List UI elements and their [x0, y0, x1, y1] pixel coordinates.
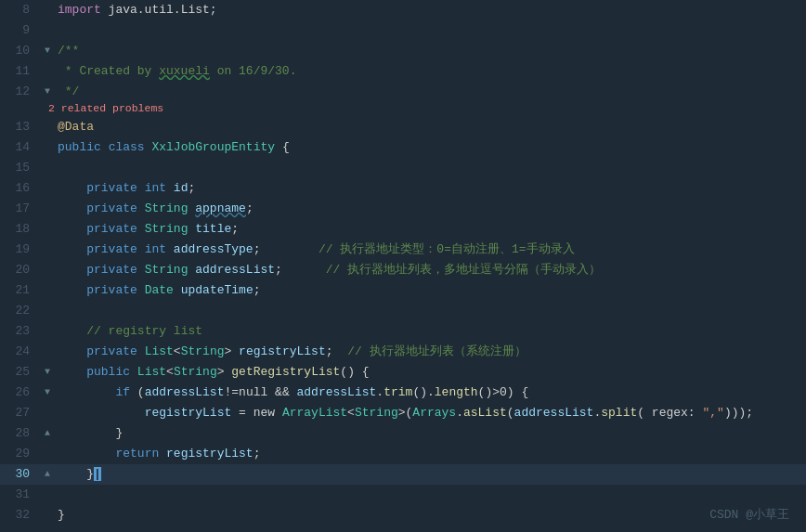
- fold-11: [45, 61, 54, 82]
- problems-row: 2 related problems: [0, 100, 806, 117]
- line-content-23: // registry list: [54, 321, 806, 342]
- line-content-12: */: [54, 82, 806, 102]
- fold-17: [45, 199, 54, 219]
- code-line-19: 19 private int addressType; // 执行器地址类型：0…: [0, 240, 806, 260]
- line-number-22: 22: [0, 301, 45, 321]
- line-number-31: 31: [0, 485, 45, 505]
- line-content-20: private String addressList; // 执行器地址列表，多…: [54, 260, 806, 280]
- fold-12[interactable]: ▼: [45, 82, 54, 102]
- line-number-20: 20: [0, 260, 45, 280]
- line-number-13: 13: [0, 117, 45, 137]
- code-line-12: 12 ▼ */: [0, 82, 806, 102]
- line-content-26: if (addressList!=null && addressList.tri…: [54, 383, 806, 403]
- code-line-28: 28 ▲ }: [0, 423, 806, 444]
- line-number-10: 10: [0, 41, 45, 61]
- line-content-15: [54, 158, 806, 178]
- fold-28[interactable]: ▲: [45, 423, 54, 444]
- watermark: CSDN @小草王: [709, 506, 789, 523]
- line-content-32: }: [54, 505, 806, 526]
- code-lines: 8 import java.util.List; 9 10 ▼ /** 11 *…: [0, 0, 806, 526]
- line-number-11: 11: [0, 61, 45, 82]
- fold-30[interactable]: ▲: [45, 464, 54, 485]
- code-line-9: 9: [0, 20, 806, 41]
- fold-15: [45, 158, 54, 178]
- line-content-28: }: [54, 423, 806, 444]
- line-content-31: [54, 485, 806, 505]
- line-content-14: public class XxlJobGroupEntity {: [54, 137, 806, 158]
- code-line-13: 13 @Data: [0, 117, 806, 137]
- line-number-23: 23: [0, 321, 45, 342]
- fold-20: [45, 260, 54, 280]
- fold-27: [45, 403, 54, 423]
- line-number-15: 15: [0, 158, 45, 178]
- line-content-11: * Created by xuxueli on 16/9/30.: [54, 61, 806, 82]
- problems-badge: 2 related problems: [48, 102, 163, 116]
- line-number-27: 27: [0, 403, 45, 423]
- code-line-32: 32 }: [0, 505, 806, 526]
- fold-16: [45, 178, 54, 199]
- fold-23: [45, 321, 54, 342]
- code-line-11: 11 * Created by xuxueli on 16/9/30.: [0, 61, 806, 82]
- code-line-22: 22: [0, 301, 806, 321]
- line-number-9: 9: [0, 20, 45, 41]
- line-number-30: 30: [0, 464, 45, 485]
- line-number-28: 28: [0, 423, 45, 444]
- line-number-32: 32: [0, 505, 45, 526]
- line-content-25: public List<String> getRegistryList() {: [54, 362, 806, 383]
- fold-25[interactable]: ▼: [45, 362, 54, 383]
- code-line-20: 20 private String addressList; // 执行器地址列…: [0, 260, 806, 280]
- line-number-14: 14: [0, 137, 45, 158]
- line-content-27: registryList = new ArrayList<String>(Arr…: [54, 403, 806, 423]
- fold-14: [45, 137, 54, 158]
- line-number-17: 17: [0, 199, 45, 219]
- code-line-25: 25 ▼ public List<String> getRegistryList…: [0, 362, 806, 383]
- line-number-8: 8: [0, 0, 45, 20]
- line-content-17: private String appname;: [54, 199, 806, 219]
- line-content-8: import java.util.List;: [54, 0, 806, 20]
- code-line-31: 31: [0, 485, 806, 505]
- line-content-29: return registryList;: [54, 444, 806, 464]
- code-line-21: 21 private Date updateTime;: [0, 280, 806, 301]
- line-number-25: 25: [0, 362, 45, 383]
- line-content-10: /**: [54, 41, 806, 61]
- fold-10[interactable]: ▼: [45, 41, 54, 61]
- fold-31: [45, 485, 54, 505]
- code-line-15: 15: [0, 158, 806, 178]
- line-number-21: 21: [0, 280, 45, 301]
- line-content-24: private List<String> registryList; // 执行…: [54, 342, 806, 362]
- fold-32: [45, 505, 54, 526]
- line-content-13: @Data: [54, 117, 806, 137]
- code-line-10: 10 ▼ /**: [0, 41, 806, 61]
- fold-8: [45, 0, 54, 20]
- line-number-16: 16: [0, 178, 45, 199]
- code-line-30: 30 ▲ }|: [0, 464, 806, 485]
- code-line-16: 16 private int id;: [0, 178, 806, 199]
- fold-22: [45, 301, 54, 321]
- line-number-19: 19: [0, 240, 45, 260]
- line-content-18: private String title;: [54, 219, 806, 240]
- fold-24: [45, 342, 54, 362]
- line-content-21: private Date updateTime;: [54, 280, 806, 301]
- fold-21: [45, 280, 54, 301]
- line-content-16: private int id;: [54, 178, 806, 199]
- line-content-22: [54, 301, 806, 321]
- code-line-29: 29 return registryList;: [0, 444, 806, 464]
- fold-13: [45, 117, 54, 137]
- code-line-23: 23 // registry list: [0, 321, 806, 342]
- fold-9: [45, 20, 54, 41]
- fold-18: [45, 219, 54, 240]
- fold-19: [45, 240, 54, 260]
- fold-26[interactable]: ▼: [45, 383, 54, 403]
- line-number-29: 29: [0, 444, 45, 464]
- line-content-30: }|: [54, 464, 806, 485]
- line-content-19: private int addressType; // 执行器地址类型：0=自动…: [54, 240, 806, 260]
- line-number-18: 18: [0, 219, 45, 240]
- code-line-26: 26 ▼ if (addressList!=null && addressLis…: [0, 383, 806, 403]
- code-line-8: 8 import java.util.List;: [0, 0, 806, 20]
- line-number-26: 26: [0, 383, 45, 403]
- fold-29: [45, 444, 54, 464]
- code-line-14: 14 public class XxlJobGroupEntity {: [0, 137, 806, 158]
- code-line-17: 17 private String appname;: [0, 199, 806, 219]
- code-line-24: 24 private List<String> registryList; //…: [0, 342, 806, 362]
- code-line-18: 18 private String title;: [0, 219, 806, 240]
